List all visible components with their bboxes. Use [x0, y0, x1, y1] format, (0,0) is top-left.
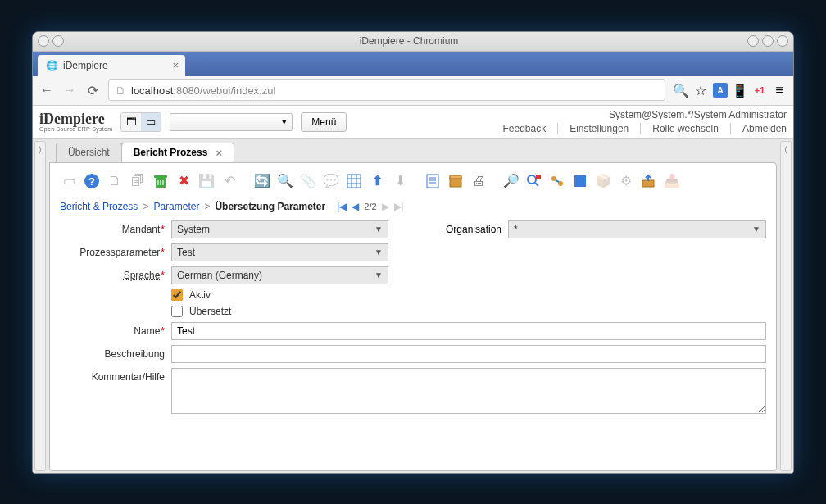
link-feedback[interactable]: Feedback [502, 123, 546, 134]
export-icon[interactable] [640, 172, 658, 190]
zoom-across-icon[interactable] [525, 172, 543, 190]
tab-bericht-prozess[interactable]: Bericht Prozess × [121, 143, 234, 162]
chevron-down-icon: ▼ [374, 247, 383, 257]
breadcrumb-l1[interactable]: Bericht & Prozess [60, 201, 138, 212]
workflow-icon[interactable] [548, 172, 566, 190]
svg-text:?: ? [88, 175, 95, 188]
nav-last-icon: ▶| [394, 201, 404, 212]
nav-back-icon[interactable]: ← [39, 83, 54, 98]
breadcrumb-l2[interactable]: Parameter [153, 201, 199, 212]
label-name: Name [60, 325, 165, 337]
svg-rect-12 [574, 175, 586, 187]
field-prozessparameter[interactable]: Test▼ [171, 243, 388, 261]
window-pin-icon[interactable] [52, 35, 64, 47]
tab-close-icon[interactable]: × [172, 59, 179, 71]
child-icon: ⬇ [391, 172, 409, 190]
new-icon: 🗋 [106, 172, 124, 190]
zoom-icon[interactable]: 🔎 [502, 172, 520, 190]
label-prozessparameter: Prozessparameter [60, 247, 165, 258]
refresh-icon[interactable]: 🔄 [253, 172, 271, 190]
app-tabs: Übersicht Bericht Prozess × [49, 141, 777, 162]
window-menu-icon[interactable] [38, 35, 49, 47]
svg-rect-5 [427, 175, 438, 188]
find-icon[interactable]: 🔍 [276, 172, 294, 190]
blank-icon: ▭ [60, 172, 78, 190]
save-icon: 💾 [197, 172, 216, 190]
svg-rect-3 [154, 175, 167, 178]
print-icon[interactable]: 🖨 [470, 172, 488, 190]
attach-icon: 📎 [299, 172, 317, 190]
parent-icon[interactable]: ⬆ [368, 172, 386, 190]
svg-rect-13 [642, 180, 654, 187]
tab-close-icon[interactable]: × [216, 147, 222, 159]
chevron-down-icon: ▼ [374, 270, 383, 279]
browser-addressbar: ← → ⟳ 🗋 localhost:8080/webui/index.zul 🔍… [33, 76, 793, 106]
logo: iDempiere Open Source ERP System [39, 111, 112, 132]
app-body: iDempiere Open Source ERP System 🗔 ▭ ▾ M… [33, 106, 793, 473]
field-beschreibung[interactable] [171, 345, 766, 363]
search-dropdown[interactable]: ▾ [170, 113, 293, 131]
copy-icon: 🗐 [129, 172, 147, 190]
checkbox-aktiv[interactable] [171, 289, 183, 301]
archive-icon[interactable] [447, 172, 465, 190]
menu-button[interactable]: Menü [301, 112, 347, 132]
url-host: localhost [131, 84, 173, 97]
svg-rect-7 [450, 175, 461, 179]
request-icon[interactable] [571, 172, 589, 190]
delete-icon[interactable] [152, 172, 170, 190]
content-panel: ▭ ? 🗋 🗐 ✖ 💾 ↶ 🔄 🔍 📎 💬 [49, 162, 777, 471]
window-close-icon[interactable] [777, 35, 788, 47]
extension-icon[interactable]: 📱 [733, 83, 747, 98]
window-titlebar: iDempiere - Chromium [33, 32, 793, 52]
grid-icon[interactable] [345, 172, 363, 190]
browser-tab-title: iDempiere [63, 60, 108, 71]
view-toggle[interactable]: 🗔 ▭ [120, 112, 161, 132]
report-icon[interactable] [424, 172, 442, 190]
field-name[interactable] [171, 322, 766, 340]
chevron-down-icon: ▼ [374, 225, 383, 234]
nav-prev-icon[interactable]: ◀ [352, 201, 359, 212]
record-position: 2/2 [364, 202, 376, 211]
window-list-icon[interactable]: ▭ [141, 113, 161, 131]
form: Mandant System▼ Organisation *▼ Prozessp… [60, 220, 766, 414]
chat-icon: 💬 [322, 172, 340, 190]
link-settings[interactable]: Einstellungen [557, 123, 629, 134]
tab-overview[interactable]: Übersicht [56, 143, 122, 162]
gplus-icon[interactable]: +1 [752, 83, 767, 98]
nav-first-icon[interactable]: |◀ [337, 201, 347, 212]
address-input[interactable]: 🗋 localhost:8080/webui/index.zul [108, 79, 665, 101]
nav-reload-icon[interactable]: ⟳ [85, 83, 100, 98]
product-icon: 📦 [594, 172, 612, 190]
app-header: iDempiere Open Source ERP System 🗔 ▭ ▾ M… [33, 106, 793, 138]
browser-tab[interactable]: 🌐 iDempiere × [38, 55, 185, 76]
translate-icon[interactable]: A [713, 83, 728, 98]
help-icon[interactable]: ? [83, 172, 101, 190]
label-aktiv: Aktiv [189, 289, 211, 301]
field-mandant[interactable]: System▼ [171, 220, 388, 238]
left-panel-toggle[interactable]: ⟩ [34, 141, 46, 471]
user-area: System@System.*/System Administrator Fee… [502, 109, 787, 134]
new-window-icon[interactable]: 🗔 [121, 113, 141, 131]
window-minimize-icon[interactable] [747, 35, 759, 47]
toolbar: ▭ ? 🗋 🗐 ✖ 💾 ↶ 🔄 🔍 📎 💬 [60, 170, 766, 193]
user-info: System@System.*/System Administrator [502, 109, 787, 120]
breadcrumb-sep: > [204, 201, 210, 212]
field-organisation[interactable]: *▼ [508, 220, 766, 238]
field-sprache[interactable]: German (Germany)▼ [171, 266, 388, 284]
delete-cancel-icon[interactable]: ✖ [175, 172, 193, 190]
link-switchrole[interactable]: Rolle wechseln [640, 123, 719, 134]
zoom-icon[interactable]: 🔍 [674, 83, 688, 98]
label-mandant: Mandant [60, 224, 165, 235]
nav-next-icon: ▶ [382, 201, 389, 212]
bookmark-icon[interactable]: ☆ [693, 83, 708, 98]
checkbox-uebersetzt[interactable] [171, 306, 183, 317]
window-maximize-icon[interactable] [762, 35, 774, 47]
import-icon: 📥 [663, 172, 681, 190]
menu-icon[interactable]: ≡ [772, 83, 787, 98]
chevron-down-icon: ▼ [752, 225, 760, 234]
field-kommentar[interactable] [171, 368, 766, 414]
link-logout[interactable]: Abmelden [730, 123, 787, 134]
right-panel-toggle[interactable]: ⟨ [780, 141, 792, 471]
nav-forward-icon[interactable]: → [62, 83, 77, 98]
record-nav: |◀ ◀ 2/2 ▶ ▶| [337, 201, 404, 212]
